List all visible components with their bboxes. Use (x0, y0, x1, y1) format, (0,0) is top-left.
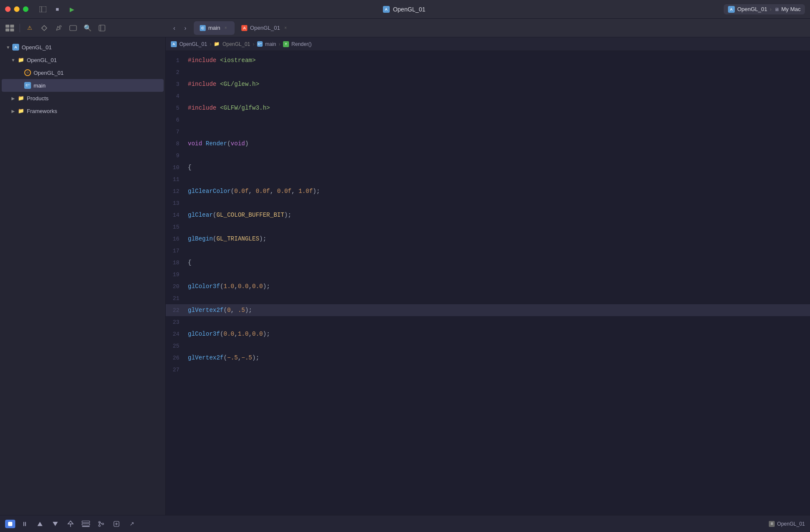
main-file-label: main (34, 82, 45, 89)
pause-button[interactable]: ⏸ (19, 519, 31, 529)
merge-button[interactable] (110, 519, 122, 529)
svg-point-15 (102, 523, 104, 525)
tree-chevron-frameworks: ▶ (10, 108, 16, 114)
step-down-button[interactable] (49, 519, 61, 529)
file-tree: ▼ A OpenGL_01 ▼ 📁 OpenGL_01 ▶ ⊙ OpenGL_0… (0, 37, 165, 515)
svg-rect-3 (10, 25, 14, 28)
code-line-2: 2 (166, 66, 810, 78)
tree-chevron-products: ▶ (10, 95, 16, 101)
svg-point-14 (99, 525, 100, 526)
bottom-bar: ⏸ (0, 515, 810, 532)
tab-opengl01-close[interactable]: × (283, 25, 289, 31)
code-line-10: 10 { (166, 161, 810, 173)
breadcrumb-func-icon: f (283, 41, 289, 47)
code-editor: A OpenGL_01 › 📁 OpenGL_01 › C⁺ main › f … (166, 37, 810, 515)
breadcrumb-project-icon: A (171, 41, 177, 47)
maximize-button[interactable] (23, 6, 28, 12)
breadcrumb-folder: OpenGL_01 (222, 41, 250, 47)
folder-icon-opengl01: 📁 (17, 56, 25, 64)
folder-icon-products: 📁 (17, 94, 25, 102)
tree-item-target[interactable]: ▶ ⊙ OpenGL_01 (2, 66, 164, 79)
pen-button[interactable] (52, 22, 65, 34)
project-root-label: OpenGL_01 (22, 44, 52, 51)
window-title: OpenGL_01 (393, 6, 425, 13)
svg-rect-5 (10, 28, 14, 31)
editor-breadcrumb: A OpenGL_01 › 📁 OpenGL_01 › C⁺ main › f … (166, 37, 810, 51)
tab-opengl01[interactable]: A OpenGL_01 × (235, 21, 295, 35)
tree-item-project-root[interactable]: ▼ A OpenGL_01 (2, 41, 164, 54)
warning-button[interactable]: ⚠ (23, 22, 36, 34)
tree-item-frameworks[interactable]: ▶ 📁 Frameworks (2, 105, 164, 117)
step-up-button[interactable] (34, 519, 46, 529)
code-line-20: 20 glColor3f(1.0,0.0,0.0); (166, 280, 810, 292)
sidebar-toggle-button[interactable] (37, 3, 49, 15)
svg-rect-7 (70, 25, 76, 31)
toolbar-left: ⚠ 🔍 (3, 22, 169, 34)
svg-rect-11 (82, 524, 90, 525)
code-line-26: 26 glVertex2f(−.5,−.5); (166, 352, 810, 364)
code-line-22: 22 glVertex2f(0, .5); (166, 304, 810, 316)
main-layout: ▼ A OpenGL_01 ▼ 📁 OpenGL_01 ▶ ⊙ OpenGL_0… (0, 37, 810, 515)
bottom-bar-right: 🖥 OpenGL_01 (178, 521, 805, 527)
tree-item-products[interactable]: ▶ 📁 Products (2, 92, 164, 105)
code-line-24: 24 glColor3f(0.0,1.0,0.0); (166, 328, 810, 340)
grid-button[interactable] (38, 22, 51, 34)
breadcrumb-file: main (265, 41, 276, 47)
device-monitor-icon: 🖥 (774, 7, 779, 12)
stack-button[interactable] (80, 519, 92, 529)
stop-button[interactable]: ■ (51, 3, 63, 15)
location-button[interactable]: ↗ (126, 519, 138, 529)
code-line-5: 5 #include <GLFW/glfw3.h> (166, 102, 810, 114)
scheme-arrow: › (770, 6, 772, 12)
tree-chevron-root: ▼ (5, 44, 11, 50)
structure-button[interactable] (3, 22, 16, 34)
title-bar: ■ ▶ A OpenGL_01 A OpenGL_01 › 🖥 My Mac (0, 0, 810, 19)
code-line-17: 17 (166, 245, 810, 257)
code-line-27: 27 (166, 364, 810, 376)
tab-opengl01-label: OpenGL_01 (250, 25, 280, 31)
svg-rect-8 (99, 25, 105, 31)
bottom-indicator[interactable] (5, 520, 15, 528)
device-name: My Mac (782, 6, 801, 12)
shape-button[interactable] (67, 22, 79, 34)
svg-rect-0 (40, 6, 46, 12)
frameworks-label: Frameworks (27, 108, 57, 114)
step-out-button[interactable] (65, 519, 76, 529)
tab-back-button[interactable]: ‹ (169, 23, 179, 33)
traffic-lights (5, 6, 28, 12)
inspector-button[interactable] (96, 22, 108, 34)
minimize-button[interactable] (14, 6, 20, 12)
scheme-selector[interactable]: A OpenGL_01 › 🖥 My Mac (724, 4, 805, 14)
breadcrumb-sep-2: › (253, 41, 255, 47)
breadcrumb-func: Render() (292, 41, 312, 47)
breadcrumb-folder-icon: 📁 (214, 41, 220, 47)
toolbar-divider-1 (20, 24, 20, 32)
branch-button[interactable] (95, 519, 107, 529)
code-line-7: 7 (166, 126, 810, 138)
code-line-15: 15 (166, 221, 810, 233)
tab-main[interactable]: C main × (194, 21, 235, 35)
tree-item-folder-opengl01[interactable]: ▼ 📁 OpenGL_01 (2, 54, 164, 66)
code-line-1: 1 #include <iostream> (166, 54, 810, 66)
close-button[interactable] (5, 6, 11, 12)
scheme-name: OpenGL_01 (737, 6, 768, 12)
code-line-9: 9 (166, 150, 810, 161)
code-line-4: 4 (166, 90, 810, 102)
search-button[interactable]: 🔍 (81, 22, 94, 34)
toolbar-right: ‹ › C main × A OpenGL_01 × (169, 21, 807, 35)
code-line-3: 3 #include <GL/glew.h> (166, 78, 810, 90)
code-line-6: 6 (166, 114, 810, 126)
tab-forward-button[interactable]: › (180, 23, 190, 33)
tab-main-close[interactable]: × (223, 25, 229, 31)
breadcrumb-c-icon: C⁺ (257, 41, 263, 47)
tree-chevron-folder: ▼ (10, 57, 16, 63)
bottom-scheme-icon: 🖥 (769, 521, 775, 527)
run-button[interactable]: ▶ (66, 3, 78, 15)
tree-item-main[interactable]: ▶ C⁺ main (2, 79, 164, 92)
editor-content[interactable]: 1 #include <iostream> 2 3 #include <GL/g… (166, 51, 810, 515)
project-blue-icon: A (12, 44, 19, 51)
sidebar: ▼ A OpenGL_01 ▼ 📁 OpenGL_01 ▶ ⊙ OpenGL_0… (0, 37, 166, 515)
svg-rect-12 (82, 526, 90, 527)
c-file-icon-main: C⁺ (24, 82, 31, 89)
code-line-23: 23 (166, 316, 810, 328)
